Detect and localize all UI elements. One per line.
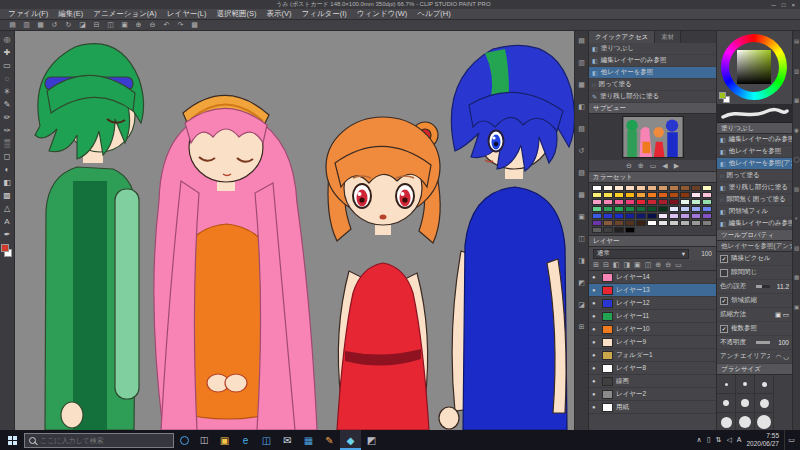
tool-property-row[interactable]: 拡縮方法 ▣ ▭ [717,308,792,322]
tool-property-row[interactable]: 不透明度 100 [717,336,792,350]
panel-dock-icon[interactable]: ▦ [578,81,585,88]
menu-item[interactable]: ウィンドウ(W) [352,9,412,19]
panel-dock-icon[interactable]: ⊞ [579,323,585,330]
color-swatch[interactable] [592,213,602,219]
command-icon[interactable]: ◪ [76,20,89,30]
property-checkbox[interactable]: ✓ [720,325,728,333]
color-swatch[interactable] [702,199,712,205]
panel-strip-icon[interactable]: ◯ [793,157,799,163]
color-swatch[interactable] [691,199,701,205]
tool-property-row[interactable]: ✓ 複数参照 [717,322,792,336]
panel-dock-icon[interactable]: ◫ [578,235,585,242]
color-swatch[interactable] [669,220,679,226]
taskbar-app-button[interactable]: e [235,430,256,450]
color-swatch[interactable] [636,185,646,191]
color-swatch[interactable] [592,206,602,212]
layer-visibility-eye-icon[interactable]: ● [592,326,599,332]
panel-dock-icon[interactable]: ▩ [578,191,585,198]
color-swatch[interactable] [636,199,646,205]
tool-button[interactable]: ✚ [1,46,14,58]
layer-visibility-eye-icon[interactable]: ● [592,352,599,358]
property-checkbox[interactable] [720,269,728,277]
color-swatch[interactable] [658,206,668,212]
taskbar-app-button[interactable]: ✉ [277,430,298,450]
tool-property-row[interactable]: アンチエイリアス ◠ ◡ [717,350,792,364]
tool-button[interactable]: ✒ [1,228,14,240]
subtool-item[interactable]: ◧ 閉領域フィル [717,206,792,218]
color-swatch[interactable] [658,199,668,205]
foreground-color-chip[interactable] [719,92,726,99]
color-chips[interactable] [1,244,13,258]
color-swatch[interactable] [680,206,690,212]
taskbar-search-box[interactable] [24,433,174,448]
color-swatch[interactable] [680,213,690,219]
quick-access-item[interactable]: ✎ 塗り残し部分に塗る [589,91,716,103]
layer-toolbar-icon[interactable]: ◧ [613,261,620,269]
layer-visibility-eye-icon[interactable]: ● [592,391,599,397]
layer-toolbar-icon[interactable]: ⊖ [665,261,671,269]
panel-strip-icon[interactable]: ▦ [794,98,799,104]
menu-item[interactable]: 表示(V) [262,9,297,19]
panel-dock-icon[interactable]: ▣ [578,213,585,220]
color-swatch[interactable] [658,213,668,219]
blend-mode-select[interactable]: 通常 ▾ [593,249,689,259]
color-swatch[interactable] [592,192,602,198]
color-swatch[interactable] [592,227,602,233]
layer-row[interactable]: ● フォルダー1 [589,349,716,362]
layer-visibility-eye-icon[interactable]: ● [592,300,599,306]
command-icon[interactable]: ▣ [118,20,131,30]
brush-size-cell[interactable] [736,394,755,413]
panel-dock-icon[interactable]: ↺ [579,147,585,154]
panel-dock-icon[interactable]: ◩ [578,279,585,286]
search-input[interactable] [40,437,160,444]
brush-size-cell[interactable] [755,375,774,394]
color-swatch[interactable] [603,213,613,219]
color-swatch[interactable] [702,220,712,226]
brush-size-cell[interactable] [717,394,736,413]
menu-item[interactable]: アニメーション(A) [88,9,162,19]
color-swatch[interactable] [658,192,668,198]
color-swatch[interactable] [680,199,690,205]
command-icon[interactable]: ⊟ [90,20,103,30]
command-icon[interactable]: ⊕ [132,20,145,30]
color-swatch[interactable] [691,192,701,198]
layer-toolbar-icon[interactable]: ▣ [634,261,641,269]
subtool-item[interactable]: ◧ 他レイヤーを参照 [717,146,792,158]
tool-button[interactable]: ◎ [1,33,14,45]
property-slider[interactable] [756,341,770,344]
layer-visibility-eye-icon[interactable]: ● [592,404,599,410]
panel-dock-icon[interactable]: ▥ [578,59,585,66]
subtool-item[interactable]: ◧ 編集レイヤーのみ参照 [717,134,792,146]
close-button[interactable]: × [791,2,795,8]
start-button[interactable] [0,430,24,450]
layer-opacity-value[interactable]: 100 [692,250,712,257]
tool-property-row[interactable]: ✓ 領域拡縮 [717,294,792,308]
panel-strip-icon[interactable]: ▤ [794,39,799,45]
command-icon[interactable]: ▩ [188,20,201,30]
brush-size-cell[interactable] [736,375,755,394]
layer-row[interactable]: ● レイヤー11 [589,310,716,323]
saturation-value-square[interactable] [737,50,771,84]
color-swatch[interactable] [614,192,624,198]
panel-strip-icon[interactable]: ▧ [794,187,799,193]
subview-nav-icon[interactable]: ▶ [674,162,679,170]
tool-button[interactable]: ▩ [1,189,14,201]
tool-property-row[interactable]: 色の誤差 11.2 [717,280,792,294]
layer-toolbar-icon[interactable]: ⊕ [655,261,661,269]
color-swatch[interactable] [603,185,613,191]
tray-icon[interactable]: ∧ [697,436,702,444]
color-swatch[interactable] [636,220,646,226]
command-icon[interactable]: ◫ [104,20,117,30]
layer-row[interactable]: ● レイヤー2 [589,388,716,401]
task-view-button[interactable]: ◫ [194,430,214,450]
command-icon[interactable]: ↶ [160,20,173,30]
tool-button[interactable]: ◐ [1,163,14,175]
color-swatch[interactable] [614,185,624,191]
tool-button[interactable]: ◧ [1,176,14,188]
color-swatch[interactable] [603,192,613,198]
menu-item[interactable]: ファイル(F) [3,9,53,19]
color-swatch[interactable] [680,192,690,198]
tray-icon[interactable]: ▯ [707,436,711,444]
color-swatch[interactable] [636,192,646,198]
tool-button[interactable]: ✑ [1,124,14,136]
